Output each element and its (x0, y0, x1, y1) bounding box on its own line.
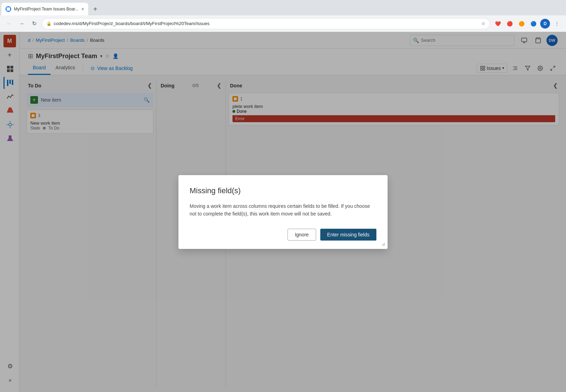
browser-menu-button[interactable]: ⋮ (552, 19, 562, 29)
extensions-icon[interactable]: ❤️ (493, 19, 503, 29)
address-text: codedev.ms/d/MyFirstProject/_boards/boar… (54, 21, 479, 26)
new-tab-button[interactable]: + (90, 3, 101, 15)
browser-tab[interactable]: MyFirstProject Team Issues Boar... × (1, 3, 88, 15)
missing-fields-modal: Missing field(s) Moving a work item acro… (178, 175, 388, 249)
enter-missing-fields-button[interactable]: Enter missing fields (320, 229, 376, 241)
star-bookmark-icon[interactable]: ☆ (481, 21, 485, 26)
tab-title: MyFirstProject Team Issues Boar... (14, 7, 78, 11)
ext2-icon[interactable]: 🔴 (505, 19, 514, 29)
tab-favicon (6, 6, 11, 12)
back-button[interactable]: ← (4, 19, 14, 29)
lock-icon: 🔒 (46, 21, 52, 26)
forward-button[interactable]: → (17, 19, 26, 29)
browser-nav-icons: ❤️ 🔴 🟠 🔵 D ⋮ (493, 19, 562, 29)
modal-resize-handle[interactable]: ◢ (382, 241, 385, 246)
browser-profile-button[interactable]: D (540, 19, 550, 29)
ext3-icon[interactable]: 🟠 (517, 19, 526, 29)
modal-actions: Ignore Enter missing fields (190, 229, 376, 241)
refresh-button[interactable]: ↻ (29, 19, 39, 29)
ext4-icon[interactable]: 🔵 (528, 19, 538, 29)
modal-title: Missing field(s) (190, 186, 376, 195)
modal-overlay[interactable]: Missing field(s) Moving a work item acro… (0, 32, 566, 392)
address-bar[interactable]: 🔒 codedev.ms/d/MyFirstProject/_boards/bo… (42, 18, 490, 29)
ignore-button[interactable]: Ignore (288, 229, 316, 241)
tab-close-button[interactable]: × (81, 6, 84, 12)
modal-body: Moving a work item across columns requir… (190, 202, 376, 218)
